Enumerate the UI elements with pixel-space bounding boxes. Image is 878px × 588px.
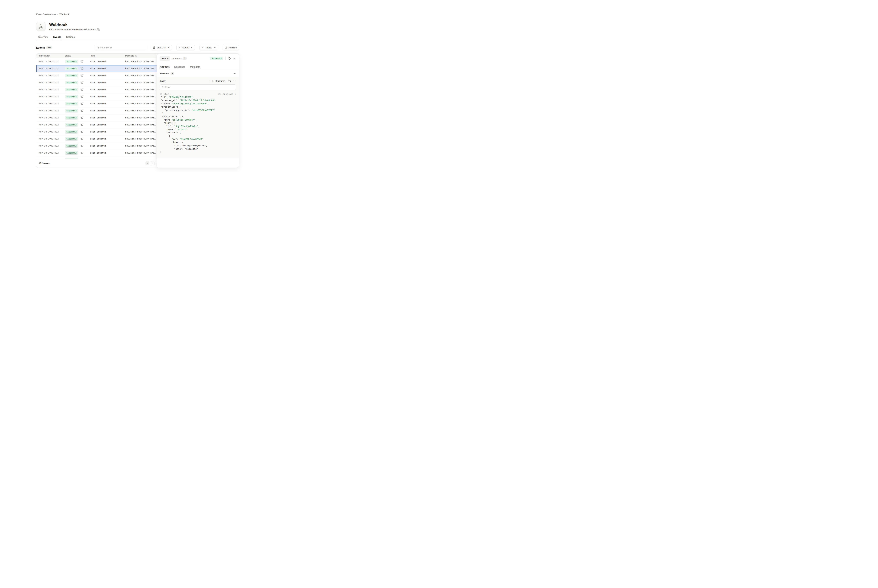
cell-message-id: b4925365-b8cf-42b7-a76… (125, 130, 157, 133)
filter-lines-icon (201, 46, 204, 49)
status-filter-label: Status (182, 46, 189, 49)
table-row[interactable]: NOV 18 10:17:22Successful user.createdb4… (36, 121, 157, 128)
json-line: "type": "subscription.plan_changed", (159, 102, 236, 105)
time-range-button[interactable]: Last 24h (151, 45, 172, 50)
status-badge: Successful (65, 60, 78, 63)
detail-tab-event[interactable]: Event (159, 56, 170, 61)
subtab-request[interactable]: Request (160, 63, 170, 70)
json-line: { (159, 134, 236, 138)
chevron-down-icon (191, 46, 193, 49)
json-line: "id": "5HycQYuqK3eF5a2v", (159, 125, 236, 128)
retry-row-button[interactable] (81, 95, 83, 98)
json-line: "name": "Requests" (159, 147, 236, 150)
subtab-response[interactable]: Response (174, 63, 185, 70)
tab-settings[interactable]: Settings (66, 36, 75, 40)
table-row[interactable]: NOV 18 10:17:22Successful user.createdb4… (36, 79, 157, 86)
prev-page-button[interactable] (146, 161, 149, 165)
chevron-down-icon (234, 72, 236, 75)
retry-row-button[interactable] (81, 144, 83, 147)
table-row[interactable]: NOV 18 10:17:22Successful user.createdb4… (36, 100, 157, 107)
tab-events[interactable]: Events (53, 36, 61, 40)
retry-icon (81, 67, 83, 70)
detail-sub-tabs: Request Response Metadata (157, 63, 239, 70)
json-line: "subscription": { (159, 115, 236, 118)
cell-message-id: b4925365-b8cf-42b7-a76… (125, 95, 157, 98)
tab-overview[interactable]: Overview (38, 36, 48, 40)
collapse-body-button[interactable] (234, 80, 236, 82)
next-page-button[interactable] (151, 161, 155, 165)
filter-by-id-input[interactable] (100, 46, 144, 49)
close-panel-button[interactable] (233, 57, 236, 60)
retry-row-button[interactable] (81, 60, 83, 63)
cell-topic: user.created (90, 116, 125, 119)
time-range-label: Last 24h (157, 46, 166, 49)
topics-filter-button[interactable]: Topics (200, 45, 218, 50)
cell-message-id: b4925365-b8cf-42b7-a76… (125, 116, 157, 119)
retry-row-button[interactable] (81, 116, 83, 119)
table-row[interactable]: NOV 18 10:17:22Successful user.createdb4… (36, 58, 157, 65)
table-row[interactable]: NOV 18 10:17:22Successful user.createdb4… (36, 156, 157, 159)
table-row[interactable]: NOV 18 10:17:22Successful user.createdb4… (36, 93, 157, 100)
table-row[interactable]: NOV 18 10:17:22Successful user.createdb4… (36, 72, 157, 79)
table-row[interactable]: NOV 18 10:17:22Successful user.createdb4… (36, 135, 157, 142)
structured-view-toggle[interactable]: { } Structured (209, 80, 225, 82)
retry-row-button[interactable] (81, 81, 83, 84)
json-line: }, (159, 112, 236, 115)
table-row[interactable]: NOV 18 10:17:22Successful user.createdb4… (36, 107, 157, 114)
body-filter-box (159, 84, 236, 90)
table-row[interactable]: NOV 18 10:17:22Successful user.createdb4… (36, 142, 157, 149)
cell-topic: user.created (90, 137, 125, 140)
table-row[interactable]: NOV 18 10:17:22Successful user.createdb4… (36, 65, 157, 72)
copy-url-button[interactable] (97, 28, 99, 31)
cell-status: Successful (65, 144, 90, 148)
json-line: "name": "Growth", (159, 128, 236, 131)
table-row[interactable]: NOV 18 10:17:22Successful user.createdb4… (36, 86, 157, 93)
retry-row-button[interactable] (81, 102, 83, 105)
table-row[interactable]: NOV 18 10:17:22Successful user.createdb4… (36, 149, 157, 156)
attempts-label: Attempts (173, 57, 182, 60)
retry-row-button[interactable] (81, 88, 83, 91)
body-filter-input[interactable] (165, 86, 234, 88)
cell-status: Successful (65, 95, 90, 99)
filter-lines-icon (179, 46, 181, 49)
cell-topic: user.created (90, 110, 125, 112)
breadcrumb-event-destinations[interactable]: Event Destinations (36, 13, 56, 16)
refresh-button[interactable]: Refresh (223, 45, 239, 50)
cell-topic: user.created (90, 123, 125, 126)
cell-message-id: b4925365-b8cf-42b7-a76… (125, 144, 157, 147)
col-message-id: Message ID (125, 55, 157, 57)
cell-topic: user.created (90, 60, 125, 63)
cell-topic: user.created (90, 88, 125, 91)
collapse-all-button[interactable]: Collapse all ↑ (218, 93, 236, 95)
title-block: Webhook http://mock.hookdeck.com/webhook… (49, 22, 99, 31)
table-row[interactable]: NOV 18 10:17:22Successful user.createdb4… (36, 114, 157, 121)
cell-message-id: b4925365-b8cf-42b7-a76… (125, 67, 157, 70)
footer-events-count: 472 events (39, 162, 50, 165)
retry-icon (81, 95, 83, 98)
retry-row-button[interactable] (81, 110, 83, 112)
body-header: Body { } Structured (159, 80, 236, 82)
status-filter-button[interactable]: Status (176, 45, 195, 50)
event-detail-panel: Event Attempts 3 Successful (156, 53, 239, 168)
retry-row-button[interactable] (81, 74, 83, 77)
status-badge: Successful (65, 95, 78, 99)
retry-event-button[interactable] (228, 57, 231, 60)
retry-row-button[interactable] (81, 137, 83, 140)
retry-icon (81, 123, 83, 126)
cell-message-id: b4925365-b8cf-42b7-a76… (125, 152, 157, 154)
col-status: Status (65, 55, 90, 57)
headers-accordion[interactable]: Headers 3 (157, 70, 239, 77)
detail-tab-attempts[interactable]: Attempts 3 (173, 57, 186, 60)
retry-row-button[interactable] (81, 152, 83, 154)
retry-row-button[interactable] (81, 67, 83, 70)
table-row[interactable]: NOV 18 10:17:22Successful user.createdb4… (36, 128, 157, 135)
subtab-metadata[interactable]: Metadata (190, 63, 200, 70)
cell-topic: user.created (90, 74, 125, 77)
copy-body-button[interactable] (228, 80, 231, 82)
retry-row-button[interactable] (81, 123, 83, 126)
retry-row-button[interactable] (81, 130, 83, 133)
table-footer: 472 events (36, 159, 157, 168)
copy-icon (228, 80, 231, 82)
cell-status: Successful (65, 67, 90, 70)
topics-filter-label: Topics (205, 46, 212, 49)
